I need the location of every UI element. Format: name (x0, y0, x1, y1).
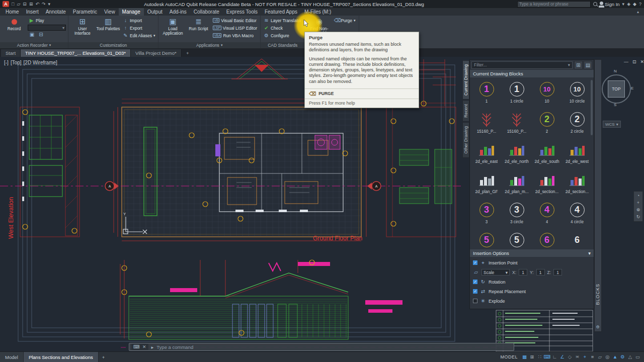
window-close-icon[interactable]: ✕ (640, 59, 644, 64)
block-item[interactable]: 33 (471, 199, 502, 229)
visual-lisp-editor-button[interactable]: LSP Visual LISP Editor (212, 25, 258, 31)
visual-basic-editor-button[interactable]: VB Visual Basic Editor (212, 17, 258, 24)
record-button[interactable]: Record (2, 17, 26, 42)
transparency-icon[interactable]: ▱ (596, 354, 604, 360)
block-item[interactable]: 11 circle (502, 78, 532, 109)
block-item[interactable]: 15160_P... (502, 109, 532, 139)
plot-icon[interactable]: ⊞ (29, 2, 34, 7)
panel-label-applications[interactable]: Applications▾ (158, 42, 260, 48)
ribbon-tab-home[interactable]: Home (2, 8, 23, 16)
isodraft-icon[interactable]: ◇ (566, 354, 574, 360)
block-item[interactable]: 2d_ele_west (562, 139, 592, 169)
viewcube-north[interactable]: N (614, 69, 617, 73)
run-vba-macro-button[interactable]: VBA Run VBA Macro (212, 32, 258, 39)
block-item[interactable]: 22 (532, 109, 562, 139)
block-item[interactable]: 2d_section... (532, 169, 562, 199)
clean-screen-icon[interactable]: ▭ (634, 354, 641, 360)
panel-label-customization[interactable]: Customization (68, 42, 158, 48)
zoom-extents-icon[interactable]: ⊕ (636, 208, 640, 212)
alert-icon[interactable]: ◆ (633, 2, 636, 7)
block-item[interactable]: 11 (471, 78, 502, 109)
orbit-icon[interactable]: ↻ (636, 215, 640, 219)
export-button[interactable]: ↑ Export (122, 25, 156, 31)
import-button[interactable]: ↓ Import (122, 17, 156, 24)
command-line[interactable]: ⌨ ✕ ▸ Type a command (129, 343, 514, 351)
model-tab[interactable]: Model (0, 352, 24, 362)
play-button[interactable]: ▶ Play (28, 17, 66, 24)
ribbon-tab-output[interactable]: Output (144, 8, 166, 16)
block-item[interactable]: 44 (532, 199, 562, 229)
ribbon-tab-add-ins[interactable]: Add-ins (166, 8, 190, 16)
close-icon[interactable]: ✕ (142, 344, 146, 349)
palette-title-bar[interactable]: BLOCKS ⚙ (594, 59, 602, 332)
block-item[interactable]: 2d_plan_m... (502, 169, 532, 199)
object-snap-icon[interactable]: ⌖ (581, 354, 589, 360)
insertion-options-header[interactable]: Insertion Options ▾ (470, 249, 594, 257)
palette-tab-current-drawing[interactable]: Current Drawing (462, 60, 469, 100)
search-input[interactable] (517, 1, 591, 8)
repeat-placement-checkbox[interactable]: ✓ (473, 289, 477, 294)
window-restore-icon[interactable]: ⊡ (632, 59, 636, 64)
block-item[interactable]: 2d_ele_north (502, 139, 532, 169)
viewcube-top-face[interactable]: TOP (608, 80, 625, 98)
block-item[interactable]: 2d_plan_GF (471, 169, 502, 199)
palette-properties-icon[interactable]: ⚙ (596, 325, 600, 329)
qat-customize-icon[interactable]: ▾ (48, 2, 51, 7)
command-input[interactable]: Type a command (156, 344, 193, 350)
save-icon[interactable]: ⊟ (22, 2, 27, 7)
ribbon-collapse-icon[interactable]: ▴ (632, 8, 644, 16)
ribbon-tab-insert[interactable]: Insert (23, 8, 42, 16)
sign-in-button[interactable]: Sign In (600, 2, 620, 7)
block-item[interactable]: 6 (562, 229, 592, 249)
file-tab-start[interactable]: Start (1, 49, 21, 57)
snap-icon[interactable]: ⊞ (528, 354, 536, 360)
block-item[interactable]: 5 (471, 229, 502, 249)
ribbon-tab-annotate[interactable]: Annotate (42, 8, 69, 16)
block-item[interactable]: 22 circle (562, 109, 592, 139)
app-store-icon[interactable]: ◈ (627, 2, 630, 7)
scale-y-field[interactable]: 1 (536, 269, 545, 276)
palette-tab-other-drawing[interactable]: Other Drawing (462, 122, 469, 158)
autocad-logo[interactable]: A (3, 1, 9, 7)
rotation-checkbox[interactable]: ✓ (473, 280, 477, 284)
navigation-wheel-icon[interactable]: ◔ (637, 194, 639, 198)
block-item[interactable]: 33 circle (502, 199, 532, 229)
block-item[interactable]: 2d_ele_south (532, 139, 562, 169)
help-icon[interactable]: ? (639, 2, 641, 7)
palette-scrollbar[interactable] (591, 80, 593, 135)
purge-button[interactable]: ⌫ Purge ▾ (333, 17, 356, 24)
edit-aliases-button[interactable]: ✎ Edit Aliases ▾ (122, 32, 156, 39)
panel-label-action-recorder[interactable]: Action Recorder▾ (0, 42, 68, 48)
undo-icon[interactable]: ↶ (35, 2, 40, 7)
annotation-visibility-icon[interactable]: ▲ (611, 354, 619, 360)
layout-tab-plans-sections-and-elevations[interactable]: Plans Sections and Elevations (24, 352, 99, 362)
ribbon-tab-express-tools[interactable]: Express Tools (223, 8, 261, 16)
wcs-dropdown[interactable]: WCS▾ (603, 121, 621, 128)
viewport-view-control[interactable]: [Top] (11, 60, 22, 65)
block-item[interactable]: 6 (532, 229, 562, 249)
viewcube-south[interactable]: S (614, 103, 616, 107)
viewcube[interactable]: N S W E TOP WCS▾ (599, 70, 634, 131)
block-item[interactable]: 2d_section... (562, 169, 592, 199)
new-drawing-tab-button[interactable]: + (184, 50, 191, 57)
block-item[interactable]: 1010 circle (562, 78, 592, 109)
palette-tab-recent[interactable]: Recent (462, 100, 469, 122)
open-file-icon[interactable]: ▱ (16, 2, 21, 7)
explode-checkbox[interactable] (473, 299, 477, 303)
blocks-filter-input[interactable]: Filter... ▾ (471, 61, 573, 69)
block-item[interactable]: 5 (502, 229, 532, 249)
add-layout-button[interactable]: + (99, 354, 109, 360)
run-script-button[interactable]: ≣ Run Script (186, 17, 210, 42)
file-tab-tiny-house-trp007-elevations-01-d03[interactable]: TINY HOUSE_TRP007_... Elevations_01_D03* (21, 49, 131, 57)
insert-macro-message-icon[interactable]: ▣ (29, 32, 35, 37)
action-macro-dropdown[interactable]: ▾ (28, 25, 66, 31)
viewport-visual-style-control[interactable]: [2D Wireframe] (24, 60, 57, 65)
block-item[interactable]: 2d_ele_east (471, 139, 502, 169)
keyboard-icon[interactable]: ⌨ (133, 344, 140, 349)
viewport-menu-control[interactable]: [-] (4, 60, 9, 65)
recent-commands-icon[interactable]: ▸ (151, 344, 154, 350)
selection-cycling-icon[interactable]: ◎ (604, 354, 611, 360)
new-file-icon[interactable]: □ (11, 2, 15, 7)
grid-icon[interactable]: ▦ (521, 354, 528, 360)
block-item[interactable]: 1010 (532, 78, 562, 109)
